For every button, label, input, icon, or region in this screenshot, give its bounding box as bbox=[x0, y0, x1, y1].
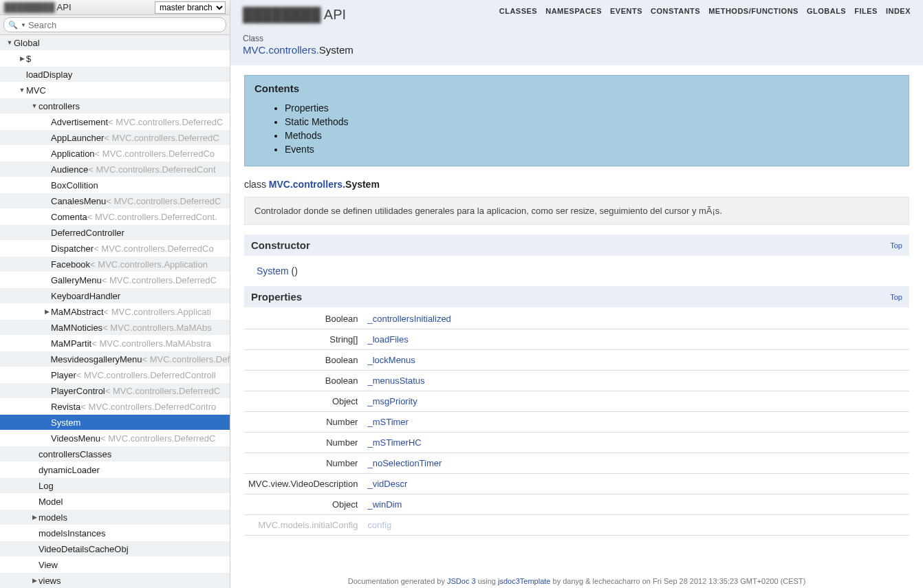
tree-item[interactable]: Revista < MVC.controllers.DeferredContro bbox=[0, 399, 230, 415]
namespace-link[interactable]: MVC.controllers. bbox=[269, 179, 345, 190]
template-link[interactable]: jsdoc3Template bbox=[498, 577, 550, 585]
property-link[interactable]: _controllersInitialized bbox=[367, 314, 450, 324]
tree[interactable]: ▼ Global▶ $ loadDisplay▼ MVC▼ controller… bbox=[0, 35, 230, 588]
content[interactable]: Contents PropertiesStatic MethodsMethods… bbox=[230, 65, 923, 575]
section-constructor: Constructor Top bbox=[244, 235, 909, 256]
tree-item-label: loadDisplay bbox=[26, 69, 72, 80]
jsdoc-link[interactable]: JSDoc 3 bbox=[447, 577, 476, 585]
tree-item[interactable]: dynamicLoader bbox=[0, 462, 230, 478]
tree-item[interactable]: ▶ views bbox=[0, 573, 230, 588]
property-link[interactable]: _mSTimer bbox=[367, 417, 408, 427]
property-link[interactable]: _lockMenus bbox=[367, 355, 415, 365]
inherit-label: < MVC.controllers.DeferredCont. bbox=[87, 212, 217, 222]
expand-icon[interactable]: ▼ bbox=[6, 39, 14, 46]
top-link[interactable]: Top bbox=[890, 293, 902, 301]
nav-link[interactable]: EVENTS bbox=[610, 7, 642, 15]
inherit-label: < MVC.controllers.DeferredC bbox=[105, 386, 220, 396]
property-type: Boolean bbox=[244, 350, 363, 371]
tree-item[interactable]: KeyboardHandler bbox=[0, 288, 230, 304]
tree-item[interactable]: ▼ MVC bbox=[0, 83, 230, 98]
tree-item[interactable]: controllersClasses bbox=[0, 446, 230, 462]
tree-item-label: MaMPartit bbox=[51, 338, 91, 349]
property-name: _mSTimer bbox=[363, 412, 909, 433]
expand-icon[interactable]: ▶ bbox=[30, 514, 39, 521]
expand-icon[interactable]: ▼ bbox=[30, 102, 39, 109]
tree-item[interactable]: MesvideosgalleryMenu < MVC.controllers.D… bbox=[0, 351, 230, 367]
property-link[interactable]: _noSelectionTimer bbox=[367, 458, 442, 468]
tree-item-label: DeferredController bbox=[51, 228, 124, 238]
branch-select[interactable]: master branch bbox=[155, 1, 226, 14]
property-name: _msgPriority bbox=[363, 391, 909, 412]
tree-item[interactable]: CanalesMenu < MVC.controllers.DeferredC bbox=[0, 193, 230, 209]
expand-icon[interactable]: ▶ bbox=[18, 55, 26, 62]
property-link[interactable]: _winDim bbox=[367, 499, 402, 510]
nav-link[interactable]: INDEX bbox=[886, 7, 911, 15]
contents-item[interactable]: Static Methods bbox=[285, 115, 899, 129]
tree-item[interactable]: MaMPartit < MVC.controllers.MaMAbstra bbox=[0, 336, 230, 351]
expand-icon[interactable]: ▼ bbox=[18, 87, 26, 94]
property-link[interactable]: _mSTimerHC bbox=[367, 437, 421, 448]
contents-item[interactable]: Properties bbox=[285, 101, 899, 115]
property-link[interactable]: _menusStatus bbox=[367, 375, 424, 386]
chevron-down-icon[interactable]: ▼ bbox=[21, 22, 26, 28]
tree-item[interactable]: ▶ $ bbox=[0, 51, 230, 67]
tree-item[interactable]: Application < MVC.controllers.DeferredCo bbox=[0, 146, 230, 162]
search-wrap: 🔍 ▼ bbox=[3, 17, 226, 32]
property-type: MVC.view.VideoDescription bbox=[244, 474, 363, 494]
sidebar: ████████ API master branch 🔍 ▼ ▼ Global▶… bbox=[0, 0, 230, 588]
tree-item[interactable]: GalleryMenu < MVC.controllers.DeferredC bbox=[0, 272, 230, 288]
property-link[interactable]: _msgPriority bbox=[367, 396, 417, 406]
expand-icon[interactable]: ▶ bbox=[43, 308, 51, 315]
tree-item[interactable]: Dispatcher < MVC.controllers.DeferredCo bbox=[0, 241, 230, 257]
tree-item[interactable]: Facebook < MVC.controllers.Application bbox=[0, 257, 230, 272]
nav-link[interactable]: GLOBALS bbox=[807, 7, 846, 15]
nav-link[interactable]: FILES bbox=[854, 7, 878, 15]
tree-item[interactable]: PlayerControl < MVC.controllers.Deferred… bbox=[0, 383, 230, 399]
tree-item[interactable]: VideoDetailsCacheObj bbox=[0, 541, 230, 557]
tree-item[interactable]: Player < MVC.controllers.DeferredControl… bbox=[0, 367, 230, 383]
property-link[interactable]: _loadFiles bbox=[367, 334, 408, 345]
namespace-link[interactable]: MVC.controllers. bbox=[243, 44, 319, 56]
tree-item[interactable]: Model bbox=[0, 494, 230, 510]
tree-item-label: controllers bbox=[39, 101, 80, 111]
search-input[interactable] bbox=[28, 20, 221, 30]
tree-item[interactable]: ▼ Global bbox=[0, 35, 230, 51]
topnav: CLASSESNAMESPACESEVENTSCONSTANTSMETHODS/… bbox=[499, 7, 911, 15]
table-row: Number_mSTimerHC bbox=[244, 433, 909, 453]
tree-item[interactable]: AppLauncher < MVC.controllers.DeferredC bbox=[0, 130, 230, 146]
tree-item[interactable]: BoxCollition bbox=[0, 177, 230, 193]
tree-item[interactable]: Log bbox=[0, 478, 230, 494]
tree-item[interactable]: ▶ models bbox=[0, 510, 230, 525]
nav-link[interactable]: METHODS/FUNCTIONS bbox=[708, 7, 799, 15]
tree-item[interactable]: Audience < MVC.controllers.DeferredCont bbox=[0, 162, 230, 177]
contents-item[interactable]: Methods bbox=[285, 129, 899, 142]
tree-item[interactable]: View bbox=[0, 557, 230, 573]
inherit-label: < MVC.controllers.MaMAbstra bbox=[91, 338, 211, 349]
tree-item[interactable]: loadDisplay bbox=[0, 67, 230, 83]
expand-icon[interactable]: ▶ bbox=[30, 577, 39, 584]
tree-item[interactable]: MaMNoticies < MVC.controllers.MaMAbs bbox=[0, 320, 230, 336]
tree-item[interactable]: modelsInstances bbox=[0, 525, 230, 541]
search-row: 🔍 ▼ bbox=[0, 15, 230, 35]
tree-item-label: BoxCollition bbox=[51, 180, 98, 190]
inherit-label: < MVC.controllers.DeferredControll bbox=[76, 370, 216, 380]
table-row: Number_noSelectionTimer bbox=[244, 453, 909, 474]
tree-item[interactable]: Advertisement < MVC.controllers.Deferred… bbox=[0, 114, 230, 130]
tree-item[interactable]: ▼ controllers bbox=[0, 98, 230, 114]
tree-item[interactable]: ▶ MaMAbstract < MVC.controllers.Applicat… bbox=[0, 304, 230, 320]
nav-link[interactable]: NAMESPACES bbox=[545, 7, 602, 15]
constructor-link[interactable]: System bbox=[257, 265, 289, 276]
top-link[interactable]: Top bbox=[890, 241, 902, 250]
tree-item[interactable]: System bbox=[0, 415, 230, 431]
inherit-label: < MVC.controllers.MaMAbs bbox=[102, 323, 212, 333]
inherit-label: < MVC.controllers.Application bbox=[90, 259, 208, 270]
tree-item-label: Audience bbox=[51, 164, 88, 175]
tree-item[interactable]: DeferredController bbox=[0, 225, 230, 241]
property-link[interactable]: _vidDescr bbox=[367, 479, 407, 489]
nav-link[interactable]: CONSTANTS bbox=[651, 7, 700, 15]
tree-item-label: GalleryMenu bbox=[51, 275, 102, 285]
contents-item[interactable]: Events bbox=[285, 142, 899, 156]
tree-item[interactable]: VideosMenu < MVC.controllers.DeferredC bbox=[0, 431, 230, 446]
tree-item[interactable]: Comenta < MVC.controllers.DeferredCont. bbox=[0, 209, 230, 225]
nav-link[interactable]: CLASSES bbox=[499, 7, 537, 15]
